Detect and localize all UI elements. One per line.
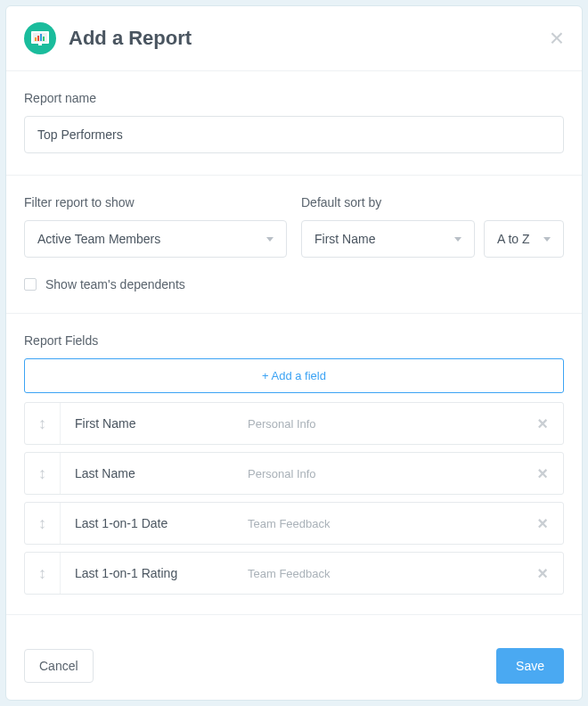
drag-handle-icon[interactable]: ↕: [25, 453, 61, 494]
report-fields-label: Report Fields: [24, 333, 564, 348]
field-row: ↕Last 1-on-1 RatingTeam Feedback×: [24, 552, 564, 595]
svg-rect-4: [40, 34, 42, 41]
add-report-modal: Add a Report × Report name Filter report…: [5, 5, 583, 701]
caret-down-icon: [543, 237, 551, 242]
sort-direction-select[interactable]: A to Z: [484, 220, 564, 258]
sort-direction-value: A to Z: [497, 232, 530, 246]
modal-header: Add a Report ×: [6, 6, 582, 71]
dependents-label: Show team's dependents: [45, 277, 185, 291]
field-category: Team Feedback: [248, 503, 522, 544]
dependents-checkbox[interactable]: [24, 278, 37, 291]
field-category: Team Feedback: [248, 553, 522, 594]
report-name-section: Report name: [6, 71, 582, 176]
report-fields-section: Report Fields + Add a field ↕First NameP…: [6, 314, 582, 615]
field-row: ↕First NamePersonal Info×: [24, 402, 564, 445]
field-row: ↕Last NamePersonal Info×: [24, 452, 564, 495]
drag-handle-icon[interactable]: ↕: [25, 553, 61, 594]
svg-rect-2: [35, 37, 37, 41]
remove-field-icon[interactable]: ×: [522, 453, 563, 494]
remove-field-icon[interactable]: ×: [522, 403, 563, 444]
save-button[interactable]: Save: [496, 648, 564, 684]
field-category: Personal Info: [248, 403, 522, 444]
field-name: Last 1-on-1 Rating: [61, 553, 248, 594]
report-name-input[interactable]: [24, 116, 564, 153]
modal-title: Add a Report: [69, 27, 550, 50]
svg-rect-3: [37, 36, 39, 41]
cancel-button[interactable]: Cancel: [24, 649, 94, 683]
field-category: Personal Info: [248, 453, 522, 494]
remove-field-icon[interactable]: ×: [522, 503, 563, 544]
sort-field-select[interactable]: First Name: [301, 220, 475, 258]
svg-rect-5: [43, 37, 45, 41]
add-field-button[interactable]: + Add a field: [24, 358, 564, 393]
fields-list: ↕First NamePersonal Info×↕Last NamePerso…: [24, 402, 564, 595]
filter-select[interactable]: Active Team Members: [24, 220, 287, 258]
remove-field-icon[interactable]: ×: [522, 553, 563, 594]
field-name: Last Name: [61, 453, 248, 494]
filter-sort-section: Filter report to show Active Team Member…: [6, 176, 582, 314]
filter-select-value: Active Team Members: [37, 232, 160, 246]
caret-down-icon: [454, 237, 461, 242]
drag-handle-icon[interactable]: ↕: [25, 403, 61, 444]
caret-down-icon: [266, 237, 274, 242]
modal-footer: Cancel Save: [6, 632, 582, 700]
sort-label: Default sort by: [301, 195, 475, 209]
field-name: Last 1-on-1 Date: [61, 503, 248, 544]
field-row: ↕Last 1-on-1 DateTeam Feedback×: [24, 502, 564, 545]
drag-handle-icon[interactable]: ↕: [25, 503, 61, 544]
svg-rect-6: [38, 44, 42, 45]
report-name-label: Report name: [24, 91, 564, 105]
filter-label: Filter report to show: [24, 195, 287, 209]
sort-field-value: First Name: [314, 232, 375, 246]
report-icon: [24, 22, 56, 54]
field-name: First Name: [61, 403, 248, 444]
close-icon[interactable]: ×: [550, 26, 564, 51]
